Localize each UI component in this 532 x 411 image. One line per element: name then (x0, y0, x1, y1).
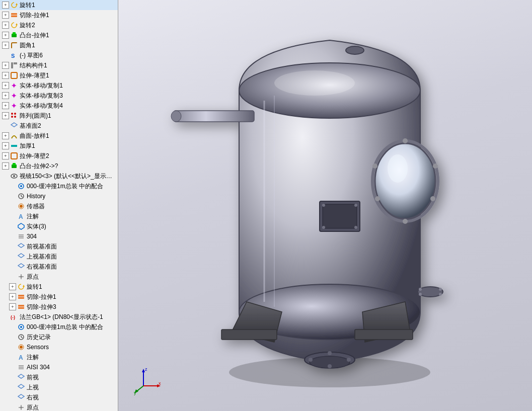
svg-point-68 (274, 70, 355, 96)
svg-rect-82 (323, 204, 357, 228)
tree-item-icon (10, 132, 18, 140)
tree-item[interactable]: 000-缓冲撞1m总装 中的配合 (0, 322, 118, 332)
tree-item[interactable]: +✦实体-移动/复制4 (0, 101, 118, 111)
tree-item[interactable]: 原点 (0, 402, 118, 411)
svg-point-14 (14, 113, 16, 115)
feature-tree-panel[interactable]: +旋转1+切除-拉伸1+旋转2+凸台-拉伸1+圆角1S(-) 草图6+结构构件1… (0, 0, 118, 411)
tree-item-icon (10, 152, 18, 160)
tree-item[interactable]: +圆角1 (0, 40, 118, 50)
tree-item[interactable]: 上视 (0, 382, 118, 392)
tree-item[interactable]: +阵列(圆周)1 (0, 111, 118, 121)
expand-button[interactable]: + (2, 82, 9, 89)
tree-item[interactable]: +✦实体-移动/复制3 (0, 91, 118, 101)
expand-button[interactable]: + (2, 92, 9, 99)
expand-button[interactable]: + (2, 162, 9, 170)
tree-item[interactable]: +拉伸-薄壁1 (0, 70, 118, 80)
tree-item-label: 原点 (27, 403, 39, 411)
expand-button[interactable]: + (2, 102, 9, 109)
tree-item[interactable]: 前视 (0, 372, 118, 382)
tree-item[interactable]: 传感器 (0, 201, 118, 211)
expand-button[interactable]: + (9, 303, 16, 310)
svg-rect-17 (11, 145, 17, 147)
expand-button[interactable]: + (9, 293, 16, 300)
tree-item[interactable]: S(-) 草图6 (0, 50, 118, 60)
svg-point-95 (418, 287, 443, 297)
svg-point-86 (354, 226, 357, 229)
tree-item-label: 000-缓冲撞1m总装 中的配合 (27, 182, 103, 191)
tree-item-icon (17, 263, 25, 271)
tree-item-label: 实体-移动/复制4 (20, 101, 63, 110)
expand-button[interactable]: + (2, 72, 9, 79)
svg-point-78 (388, 154, 408, 183)
expand-button[interactable]: + (2, 22, 9, 29)
tree-item-label: 旋转2 (20, 21, 35, 30)
tree-item-label: History (27, 192, 45, 201)
expand-button[interactable]: + (2, 112, 9, 119)
svg-rect-7 (11, 62, 13, 68)
expand-button[interactable]: + (2, 142, 9, 149)
tree-item[interactable]: +切除-拉伸3 (0, 302, 118, 312)
expand-button[interactable]: + (2, 42, 9, 49)
tree-item[interactable]: +切除-拉伸1 (0, 10, 118, 20)
3d-viewport[interactable]: z x y (118, 0, 532, 411)
tree-item-label: 凸台-拉伸1 (20, 31, 49, 40)
expand-button[interactable]: + (9, 283, 16, 290)
tree-item[interactable]: (-)法兰GB<1> (DN80<显示状态-1 (0, 312, 118, 322)
tree-item-icon: A (17, 353, 25, 361)
tree-item[interactable]: +凸台-拉伸2->? (0, 161, 118, 171)
tree-item[interactable]: Sensors (0, 342, 118, 352)
expand-button[interactable]: + (2, 62, 9, 69)
tree-item[interactable]: +切除-拉伸1 (0, 292, 118, 302)
tree-item-icon (17, 363, 25, 371)
tree-item[interactable]: 304 (0, 231, 118, 241)
tree-item-label: 结构构件1 (20, 61, 47, 70)
expand-button[interactable]: + (2, 2, 9, 9)
tree-item[interactable]: 基准面2 (0, 121, 118, 131)
tree-item[interactable]: +加厚1 (0, 141, 118, 151)
tree-item[interactable]: 000-缓冲撞1m总装 中的配合 (0, 181, 118, 191)
tree-item[interactable]: 前视基准面 (0, 241, 118, 252)
tree-item[interactable]: A注解 (0, 352, 118, 362)
tree-item[interactable]: +曲面-放样1 (0, 131, 118, 141)
tree-item-icon (10, 1, 18, 9)
tree-item[interactable]: 原点 (0, 272, 118, 282)
tree-item[interactable]: +旋转2 (0, 20, 118, 30)
tree-item[interactable]: 右视 (0, 392, 118, 402)
tree-item-icon (10, 61, 18, 69)
svg-point-98 (419, 293, 422, 296)
svg-point-83 (322, 204, 325, 207)
svg-rect-8 (14, 62, 17, 64)
tree-item[interactable]: 上视基准面 (0, 252, 118, 262)
tree-item-icon (17, 232, 25, 240)
tree-item[interactable]: AISI 304 (0, 362, 118, 372)
tree-item-icon (17, 393, 25, 401)
svg-text:✦: ✦ (11, 92, 17, 99)
tree-item[interactable]: 视镜150<3> (默认<<默认>_显示状态 (0, 171, 118, 181)
tree-item-label: 旋转1 (20, 1, 35, 10)
tree-item[interactable]: 右视基准面 (0, 262, 118, 272)
expand-button[interactable]: + (2, 12, 9, 19)
tree-item[interactable]: +凸台-拉伸1 (0, 30, 118, 40)
svg-point-16 (14, 116, 16, 118)
tree-item-label: (-) 草图6 (20, 51, 43, 60)
tree-item[interactable]: +拉伸-薄壁2 (0, 151, 118, 161)
tree-item[interactable]: A注解 (0, 211, 118, 221)
tree-item[interactable]: +旋转1 (0, 0, 118, 10)
tree-item-icon (17, 333, 25, 341)
tree-item[interactable]: History (0, 191, 118, 201)
svg-marker-0 (16, 3, 18, 5)
tree-item[interactable]: +旋转1 (0, 282, 118, 292)
tree-item[interactable]: 实体(3) (0, 221, 118, 231)
tree-item[interactable]: 历史记录 (0, 332, 118, 342)
svg-text:✦: ✦ (11, 102, 17, 109)
svg-point-94 (328, 364, 332, 368)
svg-text:S: S (11, 53, 15, 59)
tree-item-label: 凸台-拉伸2->? (20, 161, 58, 171)
tree-item[interactable]: +✦实体-移动/复制1 (0, 80, 118, 91)
expand-button[interactable]: + (2, 152, 9, 159)
svg-text:A: A (19, 354, 23, 361)
expand-button[interactable]: + (2, 132, 9, 139)
svg-point-92 (347, 358, 351, 362)
tree-item[interactable]: +结构构件1 (0, 60, 118, 70)
expand-button[interactable]: + (2, 32, 9, 39)
